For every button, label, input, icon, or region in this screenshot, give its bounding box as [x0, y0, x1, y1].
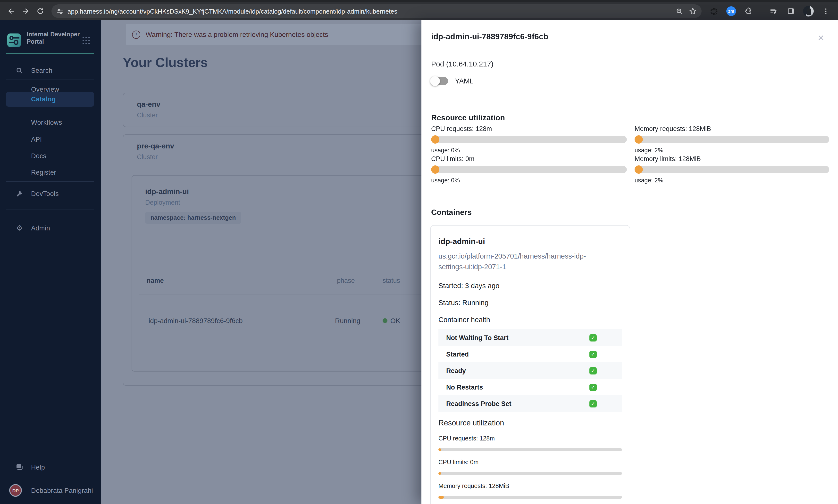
card-cpu-requests-bar: [438, 448, 622, 451]
yaml-toggle-label: YAML: [455, 77, 474, 85]
check-icon: ✓: [589, 367, 597, 374]
user-menu[interactable]: DP Debabrata Panigrahi: [0, 482, 101, 499]
container-started: Started: 3 days ago: [438, 282, 622, 290]
forward-icon[interactable]: [18, 4, 33, 18]
metric-memory-limits: Memory limits: 128MiB usage: 2%: [634, 155, 829, 185]
namespace-chip: namespace: harness-nextgen: [145, 212, 241, 223]
resource-utilization-grid: CPU requests: 128m usage: 0% Memory requ…: [431, 125, 829, 185]
sidebar: Internal Developer Portal Search Overvie…: [0, 20, 101, 504]
card-cpu-limits-bar: [438, 472, 622, 475]
zoom-app-icon[interactable]: zm: [724, 4, 738, 18]
sidebar-item-catalog[interactable]: Catalog: [6, 92, 94, 107]
warning-banner: ! Warning: There was a problem retrievin…: [126, 24, 421, 45]
screen: app.harness.io/ng/account/vpCkHKsDSxK9_K…: [0, 0, 838, 504]
sidebar-item-help[interactable]: ? Help: [0, 460, 101, 474]
check-icon: ✓: [589, 383, 597, 391]
sidebar-item-devtools[interactable]: DevTools: [0, 186, 101, 201]
deployment-kind: Deployment: [145, 199, 421, 206]
profile-avatar[interactable]: [801, 4, 816, 18]
extensions-puzzle-icon[interactable]: [741, 4, 756, 18]
sidebar-divider: [6, 210, 94, 210]
cluster-card-qa-env[interactable]: qa-env Cluster: [123, 93, 421, 127]
cpu-requests-bar: [431, 136, 627, 143]
card-memory-requests-bar: [438, 496, 622, 499]
sidebar-item-workflows[interactable]: Workflows: [0, 115, 101, 129]
table-divider: [139, 371, 421, 371]
container-image: us.gcr.io/platform-205701/harness/harnes…: [438, 251, 622, 272]
pod-name-cell[interactable]: idp-admin-ui-7889789fc6-9f6cb: [149, 317, 243, 325]
reload-icon[interactable]: [33, 4, 48, 18]
apps-grid-icon[interactable]: [83, 37, 90, 44]
pod-status-cell: OK: [390, 317, 400, 325]
bar-knob: [431, 165, 439, 174]
media-playlist-icon[interactable]: [766, 4, 781, 18]
extension-spinner-icon[interactable]: [706, 4, 721, 18]
user-avatar: DP: [9, 484, 22, 497]
container-name: idp-admin-ui: [438, 237, 622, 246]
metric-cpu-limits: CPU limits: 0m usage: 0%: [431, 155, 627, 185]
check-icon: ✓: [589, 350, 597, 358]
side-panel-icon[interactable]: [784, 4, 798, 18]
drawer-title: idp-admin-ui-7889789fc6-9f6cb: [431, 32, 548, 41]
bar-knob: [634, 135, 643, 144]
cluster-name: pre-qa-env: [137, 142, 421, 150]
check-icon: ✓: [589, 334, 597, 341]
container-status: Status: Running: [438, 299, 622, 307]
pod-phase-cell: Running: [335, 317, 360, 325]
toggle-track[interactable]: [431, 77, 448, 85]
toolbar-separator: [761, 7, 761, 16]
close-icon[interactable]: ✕: [818, 34, 825, 42]
deployment-name: idp-admin-ui: [145, 187, 421, 196]
yaml-toggle[interactable]: YAML: [431, 77, 474, 85]
product-title: Internal Developer Portal: [27, 31, 80, 46]
user-name: Debabrata Panigrahi: [31, 487, 93, 494]
back-icon[interactable]: [4, 4, 18, 18]
tune-icon[interactable]: [56, 7, 64, 15]
page-title: Your Clusters: [123, 55, 208, 70]
pod-details-drawer: idp-admin-ui-7889789fc6-9f6cb ✕ Pod (10.…: [421, 20, 838, 504]
memory-requests-bar: [634, 136, 829, 143]
status-ok-dot: [383, 318, 387, 323]
health-row: Ready ✓: [438, 362, 622, 379]
card-resource-heading: Resource utilization: [438, 419, 622, 427]
sidebar-item-api[interactable]: API: [0, 132, 101, 146]
browser-menu-icon[interactable]: [819, 4, 833, 18]
browser-toolbar: app.harness.io/ng/account/vpCkHKsDSxK9_K…: [0, 0, 838, 20]
pods-table-header: name phase status: [132, 274, 421, 288]
health-row: Readiness Probe Set ✓: [438, 395, 622, 412]
memory-limits-bar: [634, 166, 829, 173]
sidebar-item-docs[interactable]: Docs: [0, 148, 101, 163]
header-divider: [6, 53, 94, 54]
health-row: Started ✓: [438, 346, 622, 362]
container-health-list: Not Waiting To Start ✓ Started ✓ Ready ✓…: [438, 329, 622, 412]
resource-utilization-heading: Resource utilization: [431, 113, 505, 122]
sidebar-item-admin[interactable]: ⚙ Admin: [0, 221, 101, 235]
address-bar[interactable]: app.harness.io/ng/account/vpCkHKsDSxK9_K…: [51, 4, 702, 18]
health-row: No Restarts ✓: [438, 379, 622, 395]
table-row[interactable]: idp-admin-ui-7889789fc6-9f6cb Running OK: [132, 313, 421, 328]
deployment-card[interactable]: idp-admin-ui Deployment namespace: harne…: [132, 175, 421, 372]
sidebar-item-label: Search: [31, 67, 52, 74]
bookmark-star-icon[interactable]: [689, 7, 697, 15]
url-text[interactable]: app.harness.io/ng/account/vpCkHKsDSxK9_K…: [68, 7, 676, 15]
sidebar-item-register[interactable]: Register: [0, 165, 101, 179]
wrench-icon: [16, 190, 23, 197]
col-phase: phase: [337, 277, 355, 284]
col-name: name: [146, 277, 164, 284]
health-row: Not Waiting To Start ✓: [438, 329, 622, 346]
sidebar-divider: [6, 79, 94, 80]
cluster-card-pre-qa-env[interactable]: pre-qa-env Cluster idp-admin-ui Deployme…: [123, 134, 421, 385]
page-zoom-icon[interactable]: [676, 7, 683, 15]
warning-text: Warning: There was a problem retrieving …: [146, 31, 328, 38]
table-divider: [139, 294, 421, 294]
gear-icon: ⚙: [16, 223, 23, 232]
catalog-page-dimmed: ! Warning: There was a problem retrievin…: [101, 20, 421, 504]
warning-icon: !: [132, 30, 140, 39]
toggle-knob[interactable]: [430, 76, 440, 86]
container-health-heading: Container health: [438, 316, 622, 324]
container-card: idp-admin-ui us.gcr.io/platform-205701/h…: [430, 225, 630, 504]
sidebar-item-search[interactable]: Search: [0, 63, 101, 78]
idp-logo: [7, 34, 21, 47]
check-icon: ✓: [589, 400, 597, 407]
sidebar-divider: [6, 181, 94, 182]
